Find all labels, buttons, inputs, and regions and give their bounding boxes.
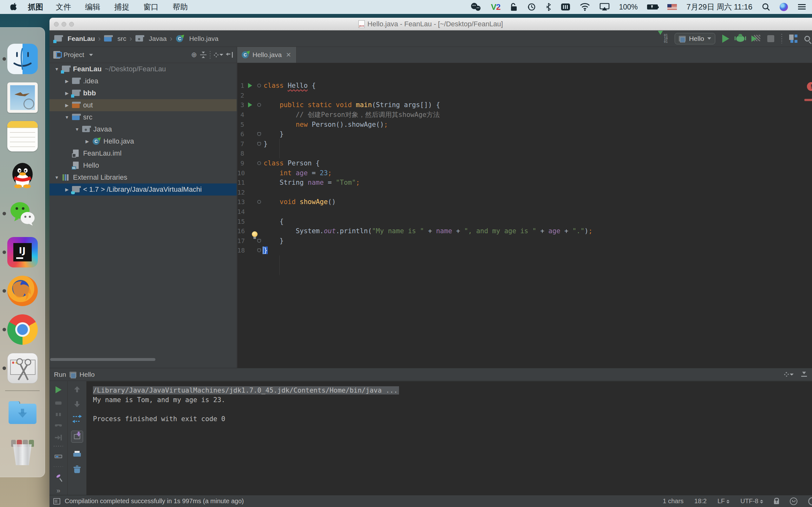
wifi-icon[interactable] [580, 3, 590, 11]
time-machine-icon[interactable] [527, 3, 536, 11]
project-view-dropdown[interactable] [89, 54, 93, 56]
run-gutter-icon[interactable] [248, 83, 252, 88]
readonly-lock-icon[interactable] [774, 500, 779, 504]
tree-item-hello[interactable]: Hello [49, 159, 237, 171]
breadcrumb-item-src[interactable]: src [104, 35, 126, 43]
line-separator-select[interactable]: LF [717, 498, 729, 505]
us-flag-icon[interactable] [667, 4, 677, 10]
spotlight-icon[interactable] [762, 3, 770, 11]
tree-expand-arrow[interactable]: ▶ [62, 78, 72, 83]
menu-2[interactable]: 编辑 [78, 3, 107, 11]
keyboard-viewer-icon[interactable] [561, 3, 570, 11]
run-with-coverage-button[interactable] [751, 35, 760, 43]
tree-item-feanlau[interactable]: ▼FeanLau~/Desktop/FeanLau [49, 63, 237, 75]
error-stripe-mark[interactable] [804, 99, 812, 101]
run-console-output[interactable]: /Library/Java/JavaVirtualMachines/jdk1.7… [87, 381, 812, 495]
tree-item--1.7-library-java-javavirtualmachi[interactable]: ▶< 1.7 > /Library/Java/JavaVirtualMachi [49, 183, 237, 195]
zoom-window-button[interactable] [69, 22, 74, 26]
menu-clock[interactable]: 7月29日 周六 11:16 [687, 2, 752, 12]
fold-marker-icon[interactable] [257, 248, 261, 252]
tree-expand-arrow[interactable]: ▶ [83, 139, 92, 144]
tree-item-javaa[interactable]: ▼Javaa [49, 123, 237, 135]
code-line-7[interactable]: 7} [237, 139, 812, 149]
tree-item-out[interactable]: ▶out [49, 99, 237, 111]
code-line-13[interactable]: 13 void showAge() [237, 197, 812, 207]
soft-wrap-button[interactable] [73, 415, 81, 422]
dock-item-notes[interactable] [0, 117, 45, 156]
code-line-3[interactable]: 3 public static void main(String args[])… [237, 100, 812, 110]
tree-expand-arrow[interactable]: ▼ [62, 115, 72, 120]
prev-occurrence-button[interactable] [74, 386, 80, 393]
dock-item-trash[interactable] [0, 433, 45, 471]
wechat-status-icon[interactable] [470, 3, 481, 11]
hide-panel-button[interactable] [226, 52, 233, 58]
dock-item-wechat[interactable] [0, 194, 45, 233]
code-line-11[interactable]: 11 String name = "Tom"; [237, 178, 812, 187]
close-tab-icon[interactable]: ✕ [286, 51, 291, 59]
code-line-17[interactable]: 17 } [237, 236, 812, 246]
dock-item-grab[interactable] [0, 349, 45, 388]
fold-marker-icon[interactable] [257, 239, 261, 243]
hide-run-panel-button[interactable] [801, 372, 807, 377]
code-line-12[interactable]: 12 [237, 187, 812, 198]
tree-expand-arrow[interactable]: ▼ [72, 127, 82, 132]
toolwindow-toggle-icon[interactable] [53, 498, 60, 504]
pin-tab-button[interactable] [56, 474, 61, 478]
project-settings-button[interactable] [214, 53, 223, 57]
print-console-button[interactable] [73, 451, 81, 457]
next-occurrence-button[interactable] [74, 401, 80, 407]
lock-icon[interactable] [510, 3, 518, 11]
tree-item-.idea[interactable]: ▶.idea [49, 75, 237, 87]
minimize-window-button[interactable] [61, 22, 66, 26]
stop-process-button[interactable] [55, 401, 61, 405]
run-panel-title[interactable]: Run [54, 371, 66, 378]
dock-item-mail[interactable] [0, 78, 45, 117]
intention-bulb-icon[interactable] [252, 231, 258, 237]
close-window-button[interactable] [54, 22, 59, 26]
collapse-all-button[interactable] [200, 52, 206, 58]
code-line-9[interactable]: 9class Person { [237, 158, 812, 168]
dock-item-downloads[interactable] [0, 394, 45, 433]
dock-item-chrome[interactable] [0, 310, 45, 349]
tree-item-src[interactable]: ▼src [49, 111, 237, 123]
airplay-icon[interactable] [600, 3, 610, 11]
encoding-select[interactable]: UTF-8 [740, 498, 763, 505]
run-configuration-select[interactable]: Hello [675, 33, 715, 44]
thread-dump-button[interactable] [55, 424, 62, 427]
run-gutter-icon[interactable] [248, 102, 252, 107]
tree-item-feanlau.iml[interactable]: FeanLau.iml [49, 147, 237, 159]
tree-expand-arrow[interactable]: ▼ [52, 175, 61, 180]
pause-output-button[interactable] [56, 413, 61, 416]
menu-3[interactable]: 捕捉 [107, 3, 136, 11]
menu-4[interactable]: 窗口 [136, 3, 165, 11]
fold-marker-icon[interactable] [257, 200, 261, 204]
tool-windows-button[interactable] [789, 35, 798, 43]
caret-position-indicator[interactable]: 18:2 [694, 498, 707, 505]
breadcrumb-item-hello-java[interactable]: Hello.java [175, 35, 218, 43]
apple-menu-icon[interactable] [7, 3, 21, 11]
code-line-16[interactable]: 16 System.out.println("My name is " + na… [237, 226, 812, 236]
tree-item-external-libraries[interactable]: ▼External Libraries [49, 171, 237, 183]
stop-button[interactable] [767, 35, 774, 42]
fold-marker-icon[interactable] [257, 132, 261, 136]
locate-file-button[interactable]: ⊕ [191, 51, 197, 59]
code-line-1[interactable]: 1class Hello { [237, 81, 812, 91]
tree-item-bbb[interactable]: ▶bbb [49, 87, 237, 99]
dock-item-qq[interactable] [0, 156, 45, 194]
siri-icon[interactable] [780, 3, 788, 11]
tree-item-hello.java[interactable]: ▶Hello.java [49, 135, 237, 147]
run-button[interactable] [722, 35, 729, 43]
code-line-6[interactable]: 6 } [237, 129, 812, 139]
highlighting-level-icon[interactable] [790, 498, 798, 505]
vpn-v2-status[interactable]: V2 [491, 2, 501, 12]
run-panel-settings-button[interactable] [784, 372, 794, 377]
window-titlebar[interactable]: Hello.java - FeanLau - [~/Desktop/FeanLa… [49, 18, 812, 31]
code-line-15[interactable]: 15 { [237, 216, 812, 226]
tree-expand-arrow[interactable]: ▶ [62, 103, 72, 108]
horizontal-scrollbar[interactable] [50, 358, 155, 361]
breadcrumb-item-feanlau[interactable]: FeanLau [54, 35, 95, 43]
code-line-10[interactable]: 10 int age = 23; [237, 168, 812, 178]
clear-console-button[interactable] [73, 465, 81, 473]
code-line-4[interactable]: 4 // 创建Person对象，然后调用其showAge方法 [237, 110, 812, 120]
tree-expand-arrow[interactable]: ▼ [52, 66, 61, 72]
